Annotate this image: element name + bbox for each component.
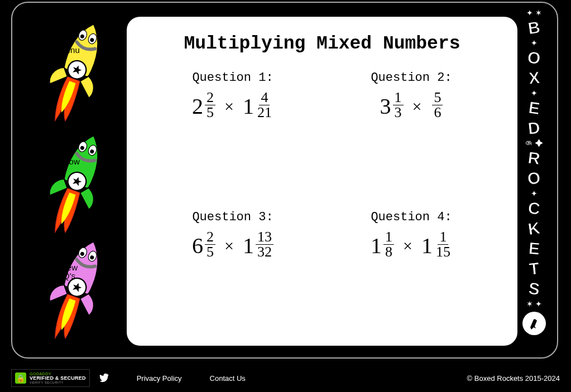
question-expression: 1 1 8 × 1 1 15 bbox=[333, 231, 490, 260]
question-4: Question 4: 1 1 8 × 1 1 15 bbox=[333, 210, 490, 322]
contact-link[interactable]: Contact Us bbox=[210, 374, 246, 383]
newqs-button[interactable]: New Q's bbox=[35, 231, 113, 364]
brand-letter: E bbox=[527, 98, 541, 118]
brand-letter: X bbox=[528, 68, 541, 88]
mixed-number: 6 2 5 bbox=[192, 231, 215, 260]
brand-letter: K bbox=[527, 219, 541, 239]
star-icon: ✦ ✶ bbox=[526, 8, 542, 17]
question-expression: 2 2 5 × 1 4 21 bbox=[155, 91, 311, 121]
fraction: 2 5 bbox=[205, 230, 215, 259]
mixed-number: 1 4 21 bbox=[243, 91, 273, 121]
twitter-icon[interactable] bbox=[99, 373, 109, 383]
brand-letter: O bbox=[527, 48, 542, 68]
fraction: 1 3 bbox=[393, 90, 404, 120]
star-icon: ✦ bbox=[531, 38, 538, 47]
privacy-link[interactable]: Privacy Policy bbox=[137, 374, 182, 383]
newqs-label: New Q's bbox=[56, 263, 83, 280]
question-label: Question 4: bbox=[333, 210, 490, 224]
times-icon: × bbox=[224, 97, 234, 116]
star-icon: ✶ ✦ bbox=[526, 299, 542, 308]
brand-letter: B bbox=[527, 18, 541, 38]
times-icon: × bbox=[403, 236, 412, 255]
star-icon: ✦ bbox=[531, 89, 538, 98]
mixed-number: 3 1 3 bbox=[380, 91, 404, 121]
brand-letter: C bbox=[527, 199, 541, 219]
rocket-badge-icon bbox=[522, 312, 546, 335]
questions-grid: Question 1: 2 2 5 × 1 4 21 bbox=[138, 71, 506, 322]
brand-letter: R bbox=[527, 148, 541, 168]
times-icon: × bbox=[412, 97, 422, 116]
mixed-number: 2 2 5 bbox=[192, 91, 215, 121]
question-label: Question 2: bbox=[333, 71, 490, 85]
fraction: 13 32 bbox=[256, 230, 273, 259]
fraction: 5 6 bbox=[432, 90, 443, 120]
mixed-number: 1 13 32 bbox=[243, 231, 273, 260]
question-label: Question 1: bbox=[155, 71, 311, 85]
swirl-icon: ෧ ✦ bbox=[525, 139, 543, 148]
question-label: Question 3: bbox=[155, 210, 311, 224]
brand-letter: O bbox=[526, 168, 541, 189]
fraction: 2 5 bbox=[205, 90, 215, 120]
lock-icon: 🔒 bbox=[15, 372, 26, 384]
question-expression: 3 1 3 × 5 6 bbox=[333, 91, 490, 121]
brand-strip: ✦ ✶ B ✦ O X ✦ E D ෧ ✦ R O ✦ C K E T S ✶ … bbox=[517, 8, 551, 354]
fraction: 1 15 bbox=[434, 230, 452, 259]
brand-letter: T bbox=[528, 259, 540, 279]
brand-letter: D bbox=[527, 118, 541, 138]
question-1: Question 1: 2 2 5 × 1 4 21 bbox=[155, 71, 311, 182]
page-title: Multiplying Mixed Numbers bbox=[138, 33, 506, 54]
question-expression: 6 2 5 × 1 13 32 bbox=[155, 231, 311, 260]
brand-letter: E bbox=[528, 239, 541, 259]
mixed-number: 5 6 bbox=[430, 91, 443, 121]
times-icon: × bbox=[224, 236, 234, 255]
content-card: Multiplying Mixed Numbers Question 1: 2 … bbox=[127, 17, 517, 346]
fraction: 4 21 bbox=[256, 90, 273, 120]
app-frame: Menu Show bbox=[11, 2, 558, 359]
brand-letter: S bbox=[527, 279, 541, 299]
fraction: 1 8 bbox=[383, 230, 394, 259]
show-label: Show bbox=[56, 157, 83, 166]
mixed-number: 1 1 8 bbox=[371, 231, 394, 260]
mixed-number: 1 1 15 bbox=[421, 231, 452, 260]
star-icon: ✦ bbox=[531, 189, 538, 198]
footer: 🔒 GODADDY VERIFIED & SECURED VERIFY SECU… bbox=[0, 364, 571, 392]
copyright-text: © Boxed Rockets 2015-2024 bbox=[467, 374, 560, 383]
verified-badge[interactable]: 🔒 GODADDY VERIFIED & SECURED VERIFY SECU… bbox=[11, 369, 90, 387]
menu-label: Menu bbox=[56, 46, 83, 54]
question-3: Question 3: 6 2 5 × 1 13 32 bbox=[155, 210, 311, 322]
question-2: Question 2: 3 1 3 × 5 6 bbox=[333, 71, 490, 182]
